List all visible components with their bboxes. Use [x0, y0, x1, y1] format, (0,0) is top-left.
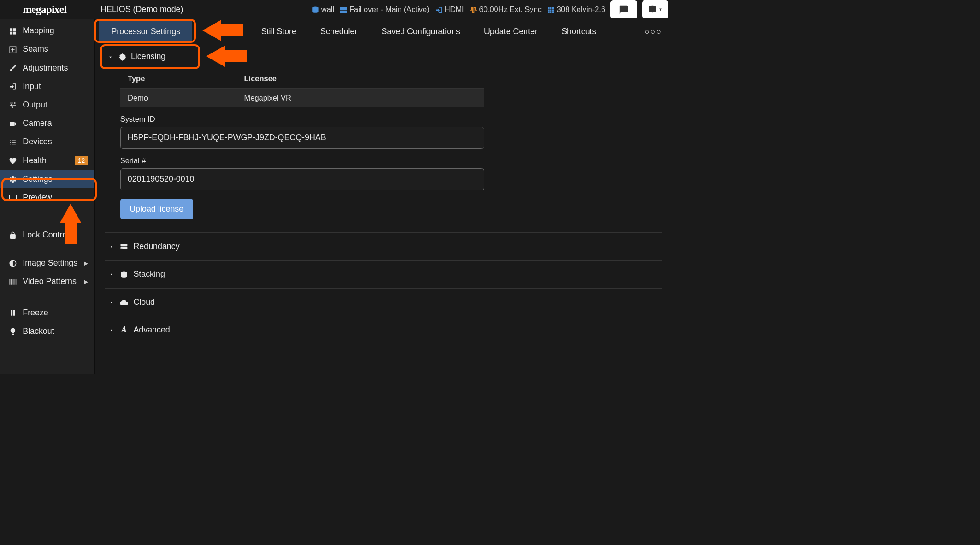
- chat-button[interactable]: [610, 0, 637, 18]
- status-tiles[interactable]: 308 Kelvin-2.6: [547, 5, 605, 14]
- serial-input[interactable]: [120, 168, 484, 190]
- sidebar-item-settings[interactable]: Settings: [0, 170, 94, 188]
- sidebar-item-output[interactable]: Output: [0, 95, 94, 114]
- arrow-licensing: [206, 46, 225, 67]
- sidebar-item-label: Video Patterns: [23, 277, 77, 286]
- cell-licensee: Megapixel VR: [236, 88, 484, 107]
- sidebar-video-patterns[interactable]: Video Patterns ▶: [0, 272, 94, 291]
- section-label: Cloud: [133, 297, 155, 307]
- status-sync[interactable]: 60.00Hz Ext. Sync: [469, 5, 542, 14]
- section-licensing-header[interactable]: Licensing: [105, 44, 662, 69]
- system-id-input[interactable]: [120, 127, 484, 149]
- license-table: Type Licensee Demo Megapixel VR: [120, 69, 484, 107]
- grid-icon: [547, 5, 555, 14]
- chevron-right-icon: [107, 327, 114, 333]
- pause-icon: [8, 308, 18, 318]
- health-badge: 12: [75, 156, 88, 165]
- certificate-icon: [118, 52, 127, 61]
- gears-icon: [8, 174, 18, 184]
- section-label: Advanced: [133, 325, 170, 335]
- sidebar-blackout[interactable]: Blackout: [0, 322, 94, 340]
- chevron-right-icon: ▶: [84, 260, 88, 267]
- section-advanced[interactable]: A Advanced: [105, 316, 662, 344]
- camera-icon: [8, 119, 18, 128]
- list-icon: [8, 137, 18, 147]
- status-input[interactable]: HDMI: [435, 5, 464, 14]
- sidebar-item-health[interactable]: Health 12: [0, 151, 94, 170]
- sidebar-item-adjustments[interactable]: Adjustments: [0, 59, 94, 77]
- wizard-icon: A: [119, 325, 128, 335]
- server-icon: [119, 242, 128, 251]
- tab-update-center[interactable]: Update Center: [472, 21, 549, 42]
- sidebar: Mapping Seams Adjustments Input: [0, 19, 95, 374]
- status-failover[interactable]: Fail over - Main (Active): [339, 5, 430, 14]
- arrow-processor: [202, 20, 221, 41]
- page-title: HELIOS (Demo mode): [95, 5, 183, 14]
- header-status: wall Fail over - Main (Active) HDMI 60.0…: [311, 0, 668, 18]
- sidebar-freeze[interactable]: Freeze: [0, 303, 94, 322]
- main: Processor Settings Still Store Scheduler…: [95, 19, 673, 374]
- sidebar-item-label: Input: [23, 82, 41, 91]
- tab-still-store[interactable]: Still Store: [249, 21, 308, 42]
- tab-shortcuts[interactable]: Shortcuts: [549, 21, 608, 42]
- tabs-more-button[interactable]: ○○○: [635, 21, 673, 41]
- plus-box-icon: [8, 45, 18, 54]
- svg-rect-4: [10, 28, 12, 31]
- svg-rect-6: [10, 31, 12, 34]
- col-licensee: Licensee: [236, 69, 484, 88]
- sidebar-item-camera[interactable]: Camera: [0, 114, 94, 133]
- heartbeat-icon: [8, 156, 18, 165]
- serial-label: Serial #: [120, 156, 484, 165]
- input-icon: [8, 82, 18, 91]
- chevron-right-icon: [107, 243, 114, 249]
- unlock-icon: [8, 231, 18, 240]
- header: megapixel HELIOS (Demo mode) wall Fail o…: [0, 0, 672, 19]
- cell-type: Demo: [120, 88, 236, 107]
- sliders-icon: [8, 101, 18, 110]
- sidebar-item-label: Output: [23, 100, 47, 110]
- sidebar-item-mapping[interactable]: Mapping: [0, 22, 94, 40]
- input-icon: [435, 5, 443, 14]
- chevron-right-icon: [107, 271, 114, 278]
- monitor-icon: [8, 193, 18, 202]
- sidebar-item-label: Adjustments: [23, 63, 68, 73]
- svg-point-11: [122, 245, 122, 245]
- section-label: Redundancy: [133, 242, 179, 251]
- tab-saved-configurations[interactable]: Saved Configurations: [369, 21, 472, 42]
- sidebar-item-label: Camera: [23, 118, 52, 128]
- sidebar-item-label: Seams: [23, 44, 48, 54]
- sidebar-item-label: Freeze: [23, 308, 48, 318]
- sidebar-lock-controls[interactable]: Lock Controls: [0, 226, 94, 244]
- section-redundancy[interactable]: Redundancy: [105, 232, 662, 260]
- svg-rect-2: [340, 10, 347, 13]
- sidebar-item-label: Image Settings: [23, 258, 77, 268]
- tab-processor-settings[interactable]: Processor Settings: [99, 21, 192, 42]
- sidebar-item-label: Blackout: [23, 326, 54, 336]
- status-wall[interactable]: wall: [311, 5, 334, 14]
- sidebar-item-seams[interactable]: Seams: [0, 40, 94, 59]
- barcode-icon: [8, 277, 18, 286]
- chevron-down-icon: ▼: [658, 7, 663, 12]
- arrow-settings: [60, 204, 81, 223]
- bulb-icon: [8, 327, 18, 336]
- data-dropdown-button[interactable]: ▼: [642, 0, 669, 18]
- section-title: Licensing: [131, 52, 165, 61]
- sidebar-item-input[interactable]: Input: [0, 77, 94, 95]
- upload-license-button[interactable]: Upload license: [120, 199, 193, 220]
- sidebar-item-label: Settings: [23, 174, 52, 184]
- logo: megapixel: [4, 3, 95, 16]
- grid-icon: [8, 26, 18, 36]
- sidebar-image-settings[interactable]: Image Settings ▶: [0, 254, 94, 272]
- cloud-icon: [119, 297, 128, 307]
- brush-icon: [8, 63, 18, 72]
- tab-scheduler[interactable]: Scheduler: [308, 21, 369, 42]
- waveform-icon: [469, 5, 478, 14]
- system-id-label: System ID: [120, 115, 484, 124]
- section-label: Stacking: [133, 269, 165, 279]
- sidebar-item-label: Mapping: [23, 26, 54, 36]
- sidebar-item-devices[interactable]: Devices: [0, 133, 94, 151]
- sidebar-item-label: Devices: [23, 137, 52, 147]
- section-stacking[interactable]: Stacking: [105, 260, 662, 288]
- section-cloud[interactable]: Cloud: [105, 288, 662, 316]
- panel: Licensing Type Licensee Demo Megapixel V…: [95, 44, 673, 374]
